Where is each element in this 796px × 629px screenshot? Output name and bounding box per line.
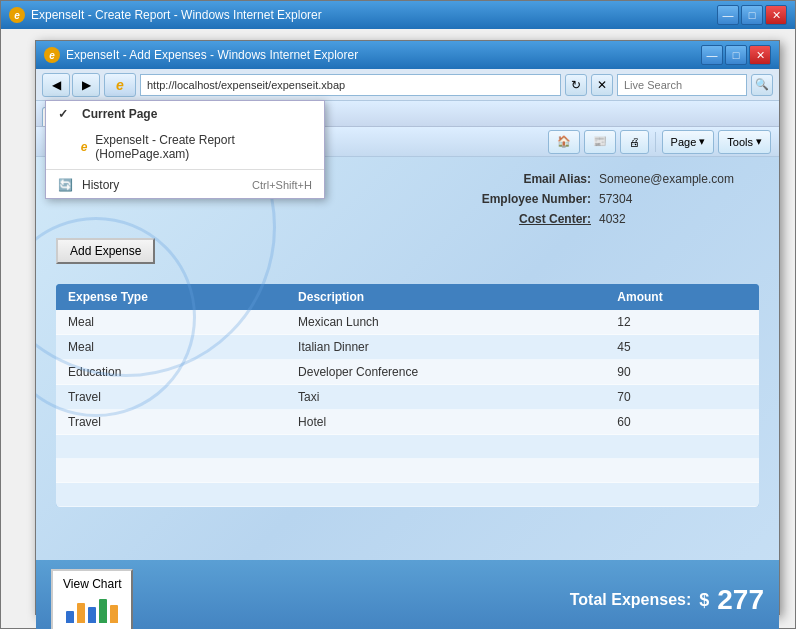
email-label: Email Alias: bbox=[461, 172, 591, 186]
content-area: Email Alias: Someone@example.com Employe… bbox=[36, 157, 779, 629]
table-row: Travel Hotel 60 bbox=[56, 410, 759, 435]
dropdown-create-report[interactable]: e ExpenseIt - Create Report (HomePage.xa… bbox=[46, 127, 324, 167]
description-cell: Hotel bbox=[286, 410, 605, 435]
email-row: Email Alias: Someone@example.com bbox=[461, 172, 759, 186]
empty-table-row bbox=[56, 459, 759, 483]
tools-button[interactable]: Tools▾ bbox=[718, 130, 771, 154]
create-report-label: ExpenseIt - Create Report (HomePage.xam) bbox=[95, 133, 312, 161]
expense-type-cell: Travel bbox=[56, 410, 286, 435]
bg-maximize-button[interactable]: □ bbox=[741, 5, 763, 25]
bg-minimize-button[interactable]: — bbox=[717, 5, 739, 25]
description-cell: Italian Dinner bbox=[286, 335, 605, 360]
dropdown-history[interactable]: 🔄 History Ctrl+Shift+H bbox=[46, 172, 324, 198]
dropdown-separator bbox=[46, 169, 324, 170]
expense-tbody: Meal Mexican Lunch 12 Meal Italian Dinne… bbox=[56, 310, 759, 507]
ie-small-icon: e bbox=[81, 140, 88, 154]
dropdown-menu: ✓ Current Page e ExpenseIt - Create Repo… bbox=[45, 100, 325, 199]
expenses-table: Expense Type Description Amount Meal Mex… bbox=[56, 284, 759, 507]
home-button[interactable]: 🏠 bbox=[548, 130, 580, 154]
toolbar-separator bbox=[655, 132, 656, 152]
forward-button[interactable]: ▶ bbox=[72, 73, 100, 97]
chart-bar-5 bbox=[110, 605, 118, 623]
cost-center-row: Cost Center: 4032 bbox=[461, 212, 759, 226]
refresh-button[interactable]: ↻ bbox=[565, 74, 587, 96]
chart-icon bbox=[66, 595, 118, 623]
tools-label: Tools bbox=[727, 136, 753, 148]
history-label: History bbox=[82, 178, 119, 192]
bg-window-title: ExpenseIt - Create Report - Windows Inte… bbox=[31, 8, 717, 22]
expense-type-cell: Meal bbox=[56, 310, 286, 335]
expense-type-cell: Travel bbox=[56, 385, 286, 410]
fg-titlebar: e ExpenseIt - Add Expenses - Windows Int… bbox=[36, 41, 779, 69]
table-row: Travel Taxi 70 bbox=[56, 385, 759, 410]
view-chart-label: View Chart bbox=[63, 577, 121, 591]
total-currency: $ bbox=[699, 590, 709, 611]
fg-window-title: ExpenseIt - Add Expenses - Windows Inter… bbox=[66, 48, 701, 62]
amount-cell: 70 bbox=[605, 385, 759, 410]
col-expense-type: Expense Type bbox=[56, 284, 286, 310]
bottom-bar: View Chart Total Expenses: $ 277 bbox=[36, 560, 779, 629]
table-header-row: Expense Type Description Amount bbox=[56, 284, 759, 310]
amount-cell: 60 bbox=[605, 410, 759, 435]
fg-ie-icon: e bbox=[44, 47, 60, 63]
search-button[interactable]: 🔍 bbox=[751, 74, 773, 96]
page-label: Page bbox=[671, 136, 697, 148]
add-expense-container: Add Expense bbox=[56, 238, 759, 274]
empty-table-row bbox=[56, 483, 759, 507]
check-icon: ✓ bbox=[58, 107, 74, 121]
empty-table-row bbox=[56, 435, 759, 459]
expense-type-cell: Education bbox=[56, 360, 286, 385]
table-row: Meal Mexican Lunch 12 bbox=[56, 310, 759, 335]
add-expense-button[interactable]: Add Expense bbox=[56, 238, 155, 264]
fg-close-button[interactable]: ✕ bbox=[749, 45, 771, 65]
employee-label: Employee Number: bbox=[461, 192, 591, 206]
cost-center-label: Cost Center: bbox=[461, 212, 591, 226]
description-cell: Developer Conference bbox=[286, 360, 605, 385]
bg-ie-icon: e bbox=[9, 7, 25, 23]
amount-cell: 12 bbox=[605, 310, 759, 335]
dropdown-current-page[interactable]: ✓ Current Page bbox=[46, 101, 324, 127]
table-row: Meal Italian Dinner 45 bbox=[56, 335, 759, 360]
expense-type-cell: Meal bbox=[56, 335, 286, 360]
chart-bar-3 bbox=[88, 607, 96, 623]
amount-cell: 45 bbox=[605, 335, 759, 360]
col-amount: Amount bbox=[605, 284, 759, 310]
view-chart-button[interactable]: View Chart bbox=[51, 569, 133, 629]
total-label: Total Expenses: bbox=[570, 591, 692, 609]
description-cell: Mexican Lunch bbox=[286, 310, 605, 335]
nav-buttons: ◀ ▶ bbox=[42, 73, 100, 97]
fg-maximize-button[interactable]: □ bbox=[725, 45, 747, 65]
table-row: Education Developer Conference 90 bbox=[56, 360, 759, 385]
expenses-table-container: Expense Type Description Amount Meal Mex… bbox=[56, 284, 759, 507]
address-bar: ◀ ▶ e ↻ ✕ 🔍 bbox=[36, 69, 779, 101]
back-button[interactable]: ◀ bbox=[42, 73, 70, 97]
total-section: Total Expenses: $ 277 bbox=[153, 584, 764, 616]
address-input[interactable] bbox=[140, 74, 561, 96]
history-icon: 🔄 bbox=[58, 178, 74, 192]
current-page-label: Current Page bbox=[82, 107, 157, 121]
fg-minimize-button[interactable]: — bbox=[701, 45, 723, 65]
amount-cell: 90 bbox=[605, 360, 759, 385]
cost-center-value: 4032 bbox=[599, 212, 759, 226]
history-shortcut: Ctrl+Shift+H bbox=[252, 179, 312, 191]
page-button[interactable]: Page▾ bbox=[662, 130, 715, 154]
chart-bar-2 bbox=[77, 603, 85, 623]
bg-close-button[interactable]: ✕ bbox=[765, 5, 787, 25]
total-amount: 277 bbox=[717, 584, 764, 616]
print-button[interactable]: 🖨 bbox=[620, 130, 649, 154]
chart-bar-1 bbox=[66, 611, 74, 623]
stop-button[interactable]: ✕ bbox=[591, 74, 613, 96]
email-value: Someone@example.com bbox=[599, 172, 759, 186]
ie-logo-button[interactable]: e bbox=[104, 73, 136, 97]
bg-titlebar: e ExpenseIt - Create Report - Windows In… bbox=[1, 1, 795, 29]
col-description: Description bbox=[286, 284, 605, 310]
employee-value: 57304 bbox=[599, 192, 759, 206]
search-input[interactable] bbox=[617, 74, 747, 96]
feeds-button[interactable]: 📰 bbox=[584, 130, 616, 154]
employee-row: Employee Number: 57304 bbox=[461, 192, 759, 206]
bg-titlebar-buttons: — □ ✕ bbox=[717, 5, 787, 25]
description-cell: Taxi bbox=[286, 385, 605, 410]
chart-bar-4 bbox=[99, 599, 107, 623]
fg-titlebar-buttons: — □ ✕ bbox=[701, 45, 771, 65]
